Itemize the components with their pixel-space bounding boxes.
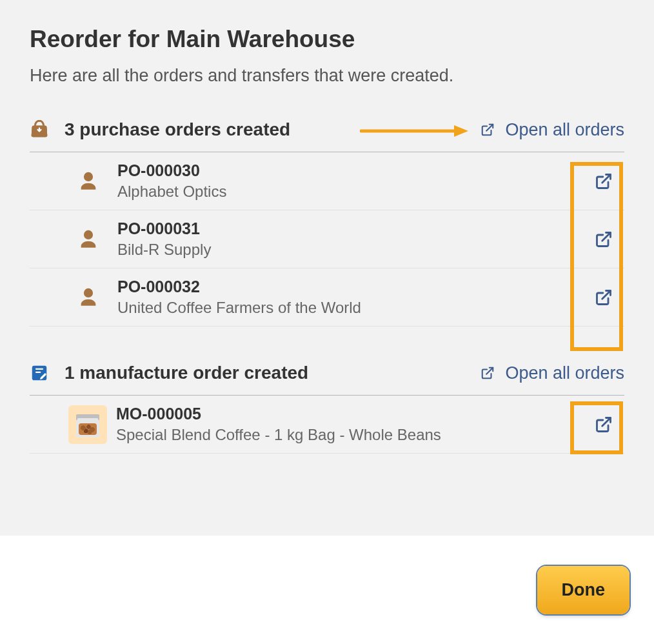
person-icon	[68, 170, 108, 192]
order-id: PO-000031	[117, 219, 590, 238]
open-order-button[interactable]	[590, 225, 618, 254]
svg-rect-7	[32, 366, 47, 381]
order-row-text: PO-000032 United Coffee Farmers of the W…	[117, 277, 590, 317]
svg-line-3	[487, 125, 493, 131]
external-link-icon	[481, 123, 495, 137]
order-row: PO-000030 Alphabet Optics	[30, 152, 624, 210]
manufacture-section-header: 1 manufacture order created Open all ord…	[30, 363, 624, 396]
order-id: PO-000032	[117, 277, 590, 296]
page-title: Reorder for Main Warehouse	[30, 26, 624, 53]
order-row: PO-000031 Bild-R Supply	[30, 210, 624, 268]
shopping-bag-icon	[30, 120, 49, 139]
order-row-text: PO-000030 Alphabet Optics	[117, 161, 590, 201]
person-icon	[68, 228, 108, 250]
external-link-icon	[481, 366, 495, 380]
manufacture-section-title: 1 manufacture order created	[64, 363, 481, 383]
open-all-manufacture-label: Open all orders	[505, 363, 624, 383]
order-party: Alphabet Optics	[117, 183, 590, 201]
open-order-button[interactable]	[590, 283, 618, 312]
modal-footer: Done	[0, 536, 654, 644]
open-all-manufacture-orders-link[interactable]: Open all orders	[481, 363, 624, 383]
external-link-icon	[595, 172, 613, 190]
svg-line-8	[487, 368, 493, 374]
svg-line-4	[602, 174, 611, 183]
edit-document-icon	[30, 363, 49, 383]
order-party: United Coffee Farmers of the World	[117, 299, 590, 317]
purchase-section-header: 3 purchase orders created Open all order…	[30, 119, 624, 152]
product-thumbnail	[68, 405, 107, 444]
annotation-arrow	[360, 123, 470, 139]
open-all-purchase-orders-link[interactable]: Open all orders	[481, 120, 624, 140]
open-order-button[interactable]	[590, 167, 618, 196]
external-link-icon	[595, 288, 613, 307]
manufacture-order-list: MO-000005 Special Blend Coffee - 1 kg Ba…	[30, 396, 624, 454]
svg-line-5	[602, 232, 611, 241]
purchase-order-list: PO-000030 Alphabet Optics PO-000031 Bild…	[30, 152, 624, 327]
svg-line-6	[602, 290, 611, 299]
svg-line-9	[602, 418, 611, 426]
manufacture-orders-section: 1 manufacture order created Open all ord…	[30, 363, 624, 454]
order-row: MO-000005 Special Blend Coffee - 1 kg Ba…	[30, 396, 624, 454]
purchase-orders-section: 3 purchase orders created Open all order…	[30, 119, 624, 327]
page-subtitle: Here are all the orders and transfers th…	[30, 66, 624, 86]
done-button[interactable]: Done	[537, 566, 630, 614]
order-product: Special Blend Coffee - 1 kg Bag - Whole …	[116, 426, 590, 444]
open-order-button[interactable]	[590, 410, 618, 439]
person-icon	[68, 287, 108, 308]
order-row-text: MO-000005 Special Blend Coffee - 1 kg Ba…	[116, 405, 590, 444]
order-id: PO-000030	[117, 161, 590, 180]
external-link-icon	[595, 416, 613, 434]
order-row: PO-000032 United Coffee Farmers of the W…	[30, 268, 624, 327]
open-all-purchase-label: Open all orders	[505, 120, 624, 140]
external-link-icon	[595, 230, 613, 248]
order-party: Bild-R Supply	[117, 241, 590, 259]
order-id: MO-000005	[116, 405, 590, 423]
svg-marker-2	[454, 125, 468, 137]
order-row-text: PO-000031 Bild-R Supply	[117, 219, 590, 259]
modal-body: Reorder for Main Warehouse Here are all …	[0, 0, 654, 536]
